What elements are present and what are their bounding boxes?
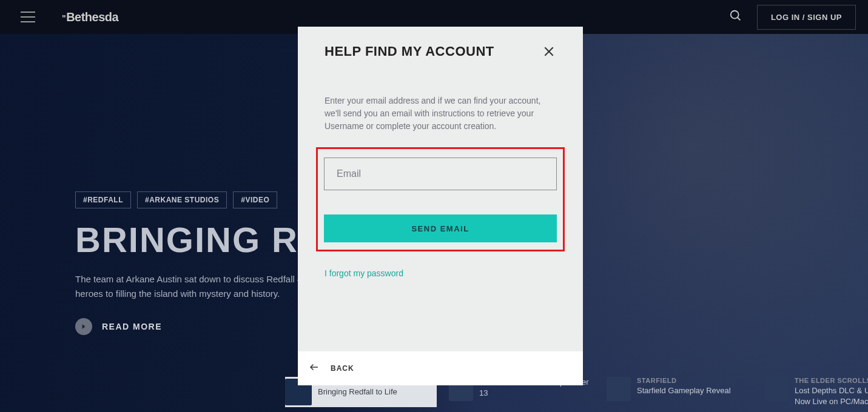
search-icon[interactable] (729, 9, 742, 25)
card-title: Bringing Redfall to Life (318, 387, 397, 397)
modal-description: Enter your email address and if we can f… (325, 95, 556, 133)
read-more-label: READ MORE (102, 322, 162, 331)
back-button[interactable]: BACK (298, 351, 583, 385)
brand-logo[interactable]: Bethesda (62, 10, 118, 24)
send-email-button[interactable]: SEND EMAIL (324, 214, 557, 242)
card-thumbnail (607, 377, 631, 401)
email-field[interactable] (324, 158, 557, 190)
carousel-card[interactable]: THE ELDER SCROLLS® ONLINE Lost Depths DL… (764, 377, 868, 407)
login-signup-button[interactable]: LOG IN / SIGN UP (757, 5, 856, 30)
svg-line-1 (738, 18, 741, 21)
card-category: THE ELDER SCROLLS® ONLINE (795, 377, 868, 384)
card-thumbnail (764, 377, 789, 401)
forgot-password-link[interactable]: I forgot my password (325, 268, 403, 278)
card-title: Starfield Gameplay Reveal (637, 385, 731, 396)
tag-redfall[interactable]: #REDFALL (75, 191, 131, 208)
back-label: BACK (331, 364, 354, 373)
account-recovery-modal: HELP FIND MY ACCOUNT Enter your email ad… (298, 27, 583, 385)
card-title: Lost Depths DLC & Update 35 Now Live on … (795, 385, 868, 407)
chevron-right-icon (75, 318, 92, 335)
tag-arkane[interactable]: #ARKANE STUDIOS (137, 191, 227, 208)
svg-point-0 (731, 11, 739, 19)
arrow-left-icon (309, 362, 320, 375)
menu-icon[interactable] (21, 12, 35, 22)
tag-video[interactable]: #VIDEO (233, 191, 277, 208)
annotation-box: SEND EMAIL (316, 147, 565, 251)
carousel-card[interactable]: STARFIELD Starfield Gameplay Reveal (607, 377, 752, 407)
modal-title: HELP FIND MY ACCOUNT (325, 44, 494, 59)
card-category: STARFIELD (637, 377, 731, 384)
close-icon[interactable] (542, 44, 556, 59)
